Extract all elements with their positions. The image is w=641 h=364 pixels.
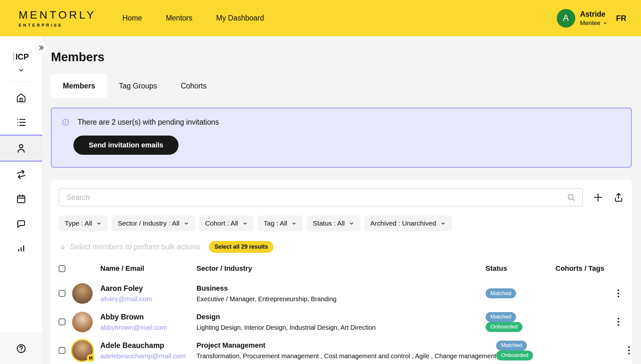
status-badge-matched: Matched: [496, 341, 527, 351]
search-input[interactable]: [66, 193, 566, 202]
nav-item-my-dashboard[interactable]: My Dashboard: [216, 14, 264, 22]
member-sector: Business: [196, 284, 486, 293]
bulk-actions-row: Select members to perform bulk actions S…: [59, 241, 624, 253]
filter-chip-sector-industry-all[interactable]: Sector / Industry : All: [112, 215, 195, 231]
banner-message: There are 2 user(s) with pending invitat…: [78, 118, 219, 127]
member-avatar: [72, 312, 93, 332]
tab-tag-groups[interactable]: Tag Groups: [107, 74, 169, 98]
row-checkbox[interactable]: [59, 347, 65, 354]
bar-chart-icon: [16, 243, 27, 254]
member-industries: Transformation, Procurement management ,…: [196, 352, 496, 360]
tab-members[interactable]: Members: [51, 74, 107, 98]
kebab-menu-button[interactable]: [612, 317, 624, 327]
row-checkbox[interactable]: [59, 290, 65, 297]
table-header-row: Name / Email Sector / Industry Status Co…: [59, 261, 624, 276]
filter-chip-label: Tag : All: [264, 219, 287, 227]
calendar-icon: [16, 194, 27, 204]
filter-row: Type : AllSector / Industry : AllCohort …: [59, 215, 624, 231]
search-box: [59, 188, 583, 207]
user-avatar[interactable]: A: [557, 9, 575, 28]
member-avatar: [72, 283, 93, 304]
chevron-down-icon: [242, 221, 248, 226]
filter-chip-label: Archived : Unarchived: [370, 219, 436, 227]
chevron-down-icon: [96, 221, 102, 226]
filter-chip-archived-unarchived[interactable]: Archived : Unarchived: [364, 215, 452, 231]
user-info: Astride Mentee: [580, 10, 608, 27]
add-member-button[interactable]: [593, 192, 604, 203]
chevrons-right-icon: [38, 45, 45, 51]
sidebar-item-home[interactable]: [0, 85, 42, 110]
user-icon: [16, 143, 27, 154]
swap-arrows-icon: [16, 169, 27, 180]
member-email-link[interactable]: abbybrown@mail.com: [100, 324, 196, 331]
member-sector-cell: Design Lighting Design, Interior Design,…: [196, 313, 486, 331]
member-email-link[interactable]: adelebeauchamp@mail.com: [100, 352, 196, 360]
plus-icon: [593, 192, 604, 203]
user-name: Astride: [580, 10, 608, 19]
filter-chip-label: Status : All: [313, 219, 345, 227]
member-industries: Lighting Design, Interior Design, Indust…: [196, 324, 486, 331]
sidebar-item-matching[interactable]: [0, 162, 42, 186]
status-badge-onboarded: Onboarded: [486, 322, 522, 332]
user-role-dropdown[interactable]: Mentee: [580, 20, 608, 27]
member-row: Aaron Foley afoley@mail.com Business Exe…: [59, 279, 624, 308]
filter-chip-cohort-all[interactable]: Cohort : All: [199, 215, 254, 231]
kebab-menu-button[interactable]: [612, 288, 624, 299]
sidebar-item-list[interactable]: [0, 110, 42, 135]
row-checkbox[interactable]: [59, 318, 65, 325]
member-name-email-cell: Aaron Foley afoley@mail.com: [100, 284, 196, 303]
upload-icon: [613, 192, 624, 203]
chevron-down-icon: [440, 221, 446, 226]
workspace-cursor: [13, 52, 14, 61]
member-name-email-cell: Adele Beauchamp adelebeauchamp@mail.com: [100, 341, 196, 360]
chevron-down-icon: [291, 221, 297, 226]
member-statuses: MatchedOnboarded: [486, 312, 555, 332]
nav-item-home[interactable]: Home: [122, 14, 142, 22]
search-icon: [566, 193, 576, 202]
tab-cohorts[interactable]: Cohorts: [169, 74, 219, 98]
column-header-sector-industry: Sector / Industry: [196, 264, 486, 273]
member-statuses: Matched: [486, 288, 555, 298]
sidebar-help-section: [0, 333, 42, 364]
sidebar-item-reports[interactable]: [0, 236, 42, 261]
nav-item-mentors[interactable]: Mentors: [166, 14, 192, 22]
workspace-chevron[interactable]: [0, 67, 42, 73]
mentorly-avatar-badge: M: [87, 354, 95, 362]
members-card: Type : AllSector / Industry : AllCohort …: [51, 180, 632, 364]
language-switcher[interactable]: FR: [616, 14, 626, 23]
member-email-link[interactable]: afoley@mail.com: [100, 295, 196, 303]
sidebar: ICP: [0, 36, 43, 364]
header-nav: HomeMentorsMy Dashboard: [122, 14, 264, 22]
select-all-results-button[interactable]: Select all 29 results: [209, 241, 273, 253]
member-name: Adele Beauchamp: [100, 341, 196, 350]
filter-chip-tag-all[interactable]: Tag : All: [258, 215, 303, 231]
column-header-status: Status: [486, 264, 555, 273]
sidebar-item-members[interactable]: [0, 136, 42, 161]
top-header: MENTORLY ENTERPRISE HomeMentorsMy Dashbo…: [0, 0, 641, 36]
filter-chip-label: Cohort : All: [205, 219, 238, 227]
status-badge-matched: Matched: [486, 288, 516, 298]
member-name-email-cell: Abby Brown abbybrown@mail.com: [100, 313, 196, 331]
export-members-button[interactable]: [613, 192, 624, 203]
sidebar-collapse-button[interactable]: [35, 41, 48, 54]
member-sector-cell: Project Management Transformation, Procu…: [196, 341, 496, 360]
kebab-menu-button[interactable]: [623, 345, 632, 356]
column-header-name-email: Name / Email: [100, 264, 196, 273]
sidebar-item-help[interactable]: [16, 343, 27, 354]
member-sector: Project Management: [196, 341, 496, 350]
member-name: Aaron Foley: [100, 284, 196, 293]
sidebar-item-calendar[interactable]: [0, 186, 42, 211]
workspace-selector[interactable]: ICP: [0, 52, 42, 62]
chat-icon: [16, 218, 27, 229]
status-badge-onboarded: Onboarded: [496, 351, 533, 360]
chevron-down-icon: [603, 21, 608, 26]
member-row: Abby Brown abbybrown@mail.com Design Lig…: [59, 308, 624, 336]
filter-chip-status-all[interactable]: Status : All: [307, 215, 360, 231]
select-all-checkbox[interactable]: [59, 265, 65, 272]
list-icon: [16, 117, 27, 128]
send-invitation-emails-button[interactable]: Send invitation emails: [73, 136, 179, 155]
filter-chip-type-all[interactable]: Type : All: [59, 215, 108, 231]
chevron-down-icon: [18, 67, 24, 73]
logo-text: MENTORLY: [19, 9, 96, 21]
sidebar-item-messages[interactable]: [0, 211, 42, 236]
